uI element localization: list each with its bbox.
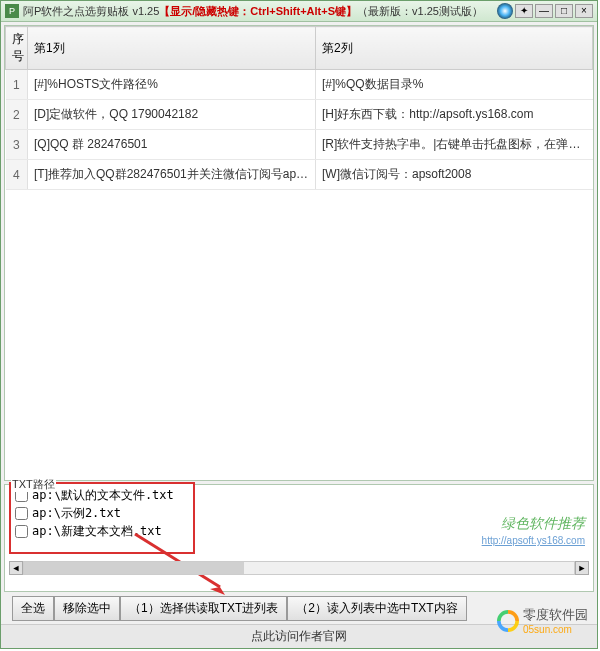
minimize-button[interactable]: — <box>535 4 553 18</box>
scroll-thumb[interactable] <box>24 562 244 574</box>
txt-checkbox[interactable] <box>15 525 28 538</box>
choose-txt-button[interactable]: （1）选择供读取TXT进列表 <box>120 596 287 621</box>
watermark: 零度软件园 05sun.com <box>497 606 588 635</box>
table-row[interactable]: 4[T]推荐加入QQ群282476501并关注微信订阅号apsoft2008[W… <box>6 160 593 190</box>
txt-list-item[interactable]: ap:\示例2.txt <box>15 504 189 522</box>
txt-path: ap:\新建文本文档.txt <box>32 523 162 540</box>
row-col2: [R]软件支持热字串。|右键单击托盘图标，在弹出菜单中点选 <box>316 130 593 160</box>
txt-checkbox[interactable] <box>15 507 28 520</box>
close-button[interactable]: × <box>575 4 593 18</box>
promo-title: 绿色软件推荐 <box>482 515 585 533</box>
txt-path: ap:\示例2.txt <box>32 505 121 522</box>
remove-selected-button[interactable]: 移除选中 <box>54 596 120 621</box>
row-idx: 4 <box>6 160 28 190</box>
window-title: 阿P软件之点选剪贴板 v1.25【显示/隐藏热键：Ctrl+Shift+Alt+… <box>23 4 497 19</box>
row-col1: [Q]QQ 群 282476501 <box>28 130 316 160</box>
row-idx: 3 <box>6 130 28 160</box>
scroll-right-icon[interactable]: ► <box>575 561 589 575</box>
main-table-container: 序号 第1列 第2列 1[#]%HOSTS文件路径%[#]%QQ数据目录%2[D… <box>4 25 594 481</box>
table-row[interactable]: 3[Q]QQ 群 282476501[R]软件支持热字串。|右键单击托盘图标，在… <box>6 130 593 160</box>
row-col1: [D]定做软件，QQ 1790042182 <box>28 100 316 130</box>
maximize-button[interactable]: □ <box>555 4 573 18</box>
row-col2: [W]微信订阅号：apsoft2008 <box>316 160 593 190</box>
h-scrollbar[interactable]: ◄ ► <box>9 561 589 575</box>
table-row[interactable]: 1[#]%HOSTS文件路径%[#]%QQ数据目录% <box>6 70 593 100</box>
bottom-panel: TXT路径 ap:\默认的文本文件.txtap:\示例2.txtap:\新建文本… <box>4 484 594 592</box>
row-idx: 2 <box>6 100 28 130</box>
watermark-text: 零度软件园 <box>523 606 588 624</box>
txt-list-item[interactable]: ap:\新建文本文档.txt <box>15 522 189 540</box>
main-table[interactable]: 序号 第1列 第2列 1[#]%HOSTS文件路径%[#]%QQ数据目录%2[D… <box>5 26 593 190</box>
txt-path-box: TXT路径 ap:\默认的文本文件.txtap:\示例2.txtap:\新建文本… <box>9 482 195 554</box>
qq-icon[interactable] <box>497 3 513 19</box>
table-row[interactable]: 2[D]定做软件，QQ 1790042182[H]好东西下载：http://ap… <box>6 100 593 130</box>
scroll-track[interactable] <box>23 561 575 575</box>
titlebar: P 阿P软件之点选剪贴板 v1.25【显示/隐藏热键：Ctrl+Shift+Al… <box>1 1 597 22</box>
promo: 绿色软件推荐 http://apsoft.ys168.com <box>482 515 585 547</box>
col-header-1[interactable]: 第1列 <box>28 27 316 70</box>
col-header-2[interactable]: 第2列 <box>316 27 593 70</box>
promo-link[interactable]: http://apsoft.ys168.com <box>482 535 585 546</box>
row-idx: 1 <box>6 70 28 100</box>
scroll-left-icon[interactable]: ◄ <box>9 561 23 575</box>
row-col1: [T]推荐加入QQ群282476501并关注微信订阅号apsoft2008 <box>28 160 316 190</box>
star-button[interactable]: ✦ <box>515 4 533 18</box>
row-col2: [H]好东西下载：http://apsoft.ys168.com <box>316 100 593 130</box>
txt-path-label: TXT路径 <box>11 477 56 492</box>
svg-marker-1 <box>210 587 225 595</box>
row-col2: [#]%QQ数据目录% <box>316 70 593 100</box>
app-icon: P <box>5 4 19 18</box>
select-all-button[interactable]: 全选 <box>12 596 54 621</box>
watermark-logo-icon <box>497 610 519 632</box>
watermark-url: 05sun.com <box>523 624 588 635</box>
row-col1: [#]%HOSTS文件路径% <box>28 70 316 100</box>
load-txt-button[interactable]: （2）读入列表中选中TXT内容 <box>287 596 466 621</box>
col-header-idx[interactable]: 序号 <box>6 27 28 70</box>
